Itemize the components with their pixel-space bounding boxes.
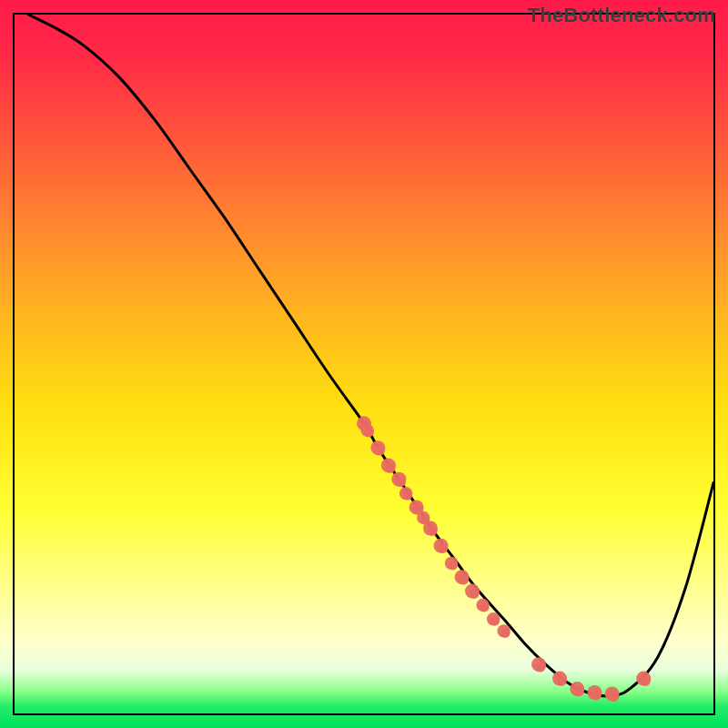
attribution-text: TheBottleneck.com <box>528 4 715 27</box>
marker-dot-tail <box>535 662 545 672</box>
marker-dot-tail <box>375 445 385 455</box>
chart-plot <box>0 0 728 728</box>
chart-canvas: TheBottleneck.com <box>0 0 728 728</box>
scatter-markers <box>357 416 651 702</box>
marker-dot-tail <box>469 589 479 599</box>
marker-dot-tail <box>396 477 406 487</box>
bottleneck-curve <box>28 15 713 696</box>
marker-dot-tail <box>385 463 395 473</box>
marker-dot-tail <box>556 676 566 686</box>
marker-dot-tail <box>574 686 584 696</box>
marker-dot-tail <box>427 526 437 536</box>
marker-dot-tail <box>459 574 469 584</box>
marker-dot-tail <box>480 603 489 612</box>
marker-dot-tail <box>500 629 510 638</box>
curve-layer <box>28 15 713 696</box>
marker-dot-tail <box>403 491 412 500</box>
marker-dot-tail <box>490 617 500 626</box>
marker-dot-tail <box>438 543 448 553</box>
marker-dot-tail <box>609 692 619 702</box>
marker-dot-tail <box>592 690 602 700</box>
marker-dot-tail <box>641 676 651 686</box>
marker-dot-tail <box>365 429 374 438</box>
marker-dot-tail <box>449 561 458 570</box>
